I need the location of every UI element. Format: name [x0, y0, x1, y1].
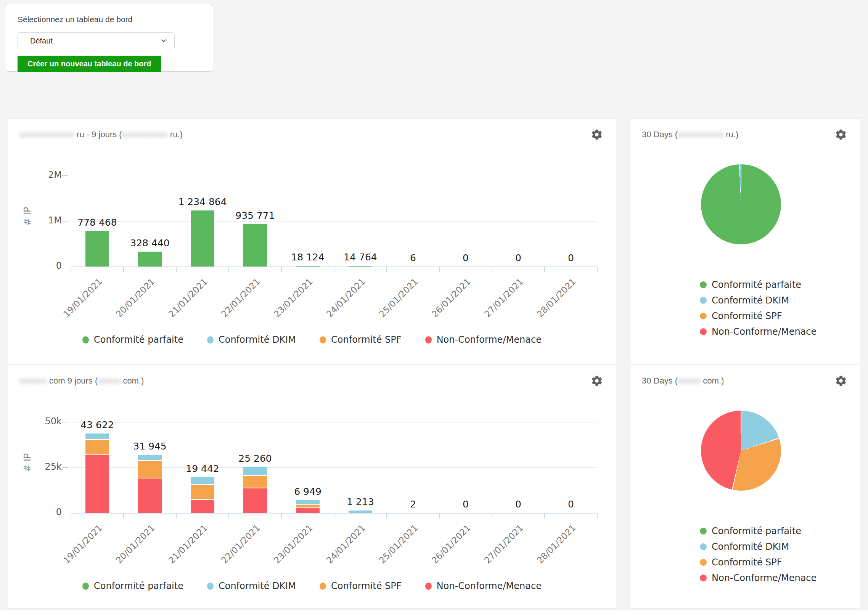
legend-label: Conformité parfaite: [94, 334, 183, 345]
bar-slot: 778 468: [71, 177, 124, 266]
legend-dot-icon: [425, 583, 432, 590]
x-axis-label: 21/01/2021: [167, 276, 209, 319]
legend-item[interactable]: Conformité SPF: [320, 581, 402, 591]
bar[interactable]: [296, 266, 320, 266]
legend-item[interactable]: Conformité parfaite: [82, 581, 183, 591]
bar-slot: 2: [387, 423, 439, 513]
bar[interactable]: [138, 455, 162, 513]
bar-segment-blue[interactable]: [243, 467, 267, 476]
bar-segment-red[interactable]: [138, 478, 162, 513]
value-label: 6 949: [294, 486, 321, 497]
legend-item[interactable]: Conformité DKIM: [207, 581, 296, 591]
bar-segment-red[interactable]: [243, 488, 267, 513]
bar-segment-blue[interactable]: [296, 500, 320, 505]
x-axis-label: 28/01/2021: [535, 523, 578, 565]
bar-segment-blue[interactable]: [349, 510, 372, 513]
bar-segment-green[interactable]: [191, 210, 214, 266]
bar-slot: 1 213: [334, 423, 387, 513]
legend-label: Conformité parfaite: [712, 526, 801, 536]
legend-dot-icon: [700, 543, 707, 550]
chevron-down-icon: [160, 37, 167, 45]
pie-chart[interactable]: [701, 411, 781, 491]
legend-item[interactable]: Non-Conforme/Menace: [700, 573, 817, 583]
x-axis-label: 20/01/2021: [114, 276, 157, 319]
create-dashboard-button[interactable]: Créer un nouveau tableau de bord: [18, 56, 161, 72]
legend-label: Conformité parfaite: [712, 279, 801, 290]
x-axis-label: 25/01/2021: [377, 523, 420, 565]
bar-segment-orange[interactable]: [296, 505, 320, 508]
legend-item[interactable]: Conformité DKIM: [207, 334, 296, 345]
legend-item[interactable]: Conformité parfaite: [700, 526, 817, 536]
legend-item[interactable]: Conformité SPF: [700, 311, 817, 321]
legend-label: Non-Conforme/Menace: [437, 334, 542, 345]
x-axis-label: 25/01/2021: [377, 276, 420, 319]
bar-segment-orange[interactable]: [191, 485, 214, 500]
x-axis-tick: [123, 514, 124, 518]
legend-item[interactable]: Conformité DKIM: [700, 295, 817, 306]
legend-item[interactable]: Conformité parfaite: [700, 279, 817, 290]
legend-item[interactable]: Conformité DKIM: [700, 541, 817, 552]
x-axis-label: 21/01/2021: [167, 523, 209, 565]
value-label: 1 234 864: [178, 196, 227, 207]
x-axis-tick: [228, 514, 229, 518]
y-axis-tick-label: 0: [27, 260, 62, 271]
bar-segment-red[interactable]: [191, 500, 214, 513]
x-axis-label: 22/01/2021: [219, 276, 262, 319]
bar[interactable]: [85, 231, 109, 266]
value-label: 31 945: [133, 441, 166, 452]
legend-item[interactable]: Conformité SPF: [320, 334, 402, 345]
chart-legend: Conformité parfaiteConformité DKIMConfor…: [8, 581, 616, 591]
legend-label: Conformité DKIM: [712, 295, 789, 306]
bar[interactable]: [191, 210, 214, 266]
bar-segment-green[interactable]: [85, 231, 109, 266]
pie-chart[interactable]: [701, 164, 781, 244]
bar[interactable]: [85, 433, 109, 513]
bar-segment-red[interactable]: [85, 455, 109, 513]
bar[interactable]: [349, 266, 372, 266]
gridline: [71, 422, 597, 422]
x-axis-tick: [492, 267, 492, 272]
value-label: 18 124: [291, 252, 324, 263]
bar-segment-orange[interactable]: [85, 440, 109, 455]
bar[interactable]: [191, 477, 214, 513]
bar-segment-green[interactable]: [138, 252, 162, 266]
x-axis-labels: 19/01/202120/01/202121/01/202122/01/2021…: [71, 520, 597, 577]
bar-slot: 0: [492, 177, 545, 266]
chart-body: 025k50k43 62231 94519 44225 2606 9491 21…: [8, 365, 616, 608]
bar-segment-blue[interactable]: [85, 433, 109, 440]
legend-item[interactable]: Conformité parfaite: [82, 334, 183, 345]
x-axis-label: 26/01/2021: [430, 276, 473, 319]
bar-segment-orange[interactable]: [243, 476, 267, 488]
dashboard-selector-card: Sélectionnez un tableau de bord Défaut C…: [5, 4, 213, 72]
legend-dot-icon: [700, 281, 707, 288]
bar-slot: 0: [439, 423, 492, 513]
x-axis-label: 27/01/2021: [482, 276, 525, 319]
y-axis-title: # IP: [22, 214, 33, 226]
legend-item[interactable]: Non-Conforme/Menace: [425, 581, 542, 591]
bar[interactable]: [243, 224, 267, 266]
bar-segment-blue[interactable]: [138, 455, 162, 461]
value-label: 43 622: [80, 419, 114, 430]
legend-item[interactable]: Conformité SPF: [700, 557, 817, 568]
bar[interactable]: [138, 252, 162, 266]
bar-segment-green[interactable]: [243, 224, 267, 266]
legend-dot-icon: [700, 328, 707, 335]
bar[interactable]: [349, 510, 372, 513]
legend-dot-icon: [700, 528, 707, 535]
bar-slot: 6 949: [281, 423, 334, 513]
selector-label: Sélectionnez un tableau de bord: [18, 15, 201, 24]
x-axis-tick: [176, 267, 177, 272]
bar-slot: 935 771: [229, 177, 281, 266]
bar[interactable]: [243, 467, 267, 513]
bar[interactable]: [296, 500, 320, 513]
bar-segment-green[interactable]: [296, 266, 320, 266]
bar-segment-blue[interactable]: [191, 477, 214, 485]
bar-segment-orange[interactable]: [138, 461, 162, 478]
bar-segment-green[interactable]: [349, 266, 372, 266]
legend-item[interactable]: Non-Conforme/Menace: [425, 334, 542, 345]
bar-segment-red[interactable]: [296, 508, 320, 513]
y-axis-tick: [62, 467, 68, 468]
legend-item[interactable]: Non-Conforme/Menace: [700, 326, 817, 337]
dashboard-select[interactable]: Défaut: [18, 32, 175, 49]
bar-plot-area: 01M2M778 468328 4401 234 864935 77118 12…: [71, 177, 597, 267]
